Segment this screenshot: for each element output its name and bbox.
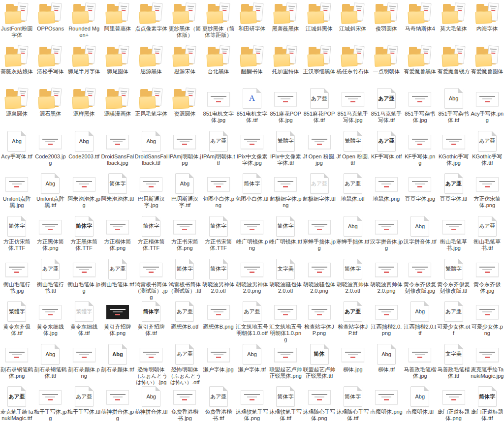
file-item[interactable]: あア亜可爱少女体.otf — [437, 298, 470, 341]
file-item[interactable]: 繁體字黄令东齐伋体.ttf — [0, 298, 33, 341]
folder-item[interactable]: 源样黑体 — [67, 85, 101, 128]
folder-item[interactable]: 江城斜黑体 — [302, 0, 336, 43]
folder-item[interactable]: 清松手写体 — [33, 43, 67, 86]
folder-item[interactable]: 和田研字体 — [235, 0, 269, 43]
file-item[interactable]: 麦克笔手绘TanukiMagic.jpg — [471, 341, 504, 384]
file-item[interactable]: KF手写体.png — [403, 128, 437, 171]
file-item[interactable]: Abg南魔明体.ttf — [403, 383, 437, 426]
file-item[interactable]: 文字美马善政毛笔楷体.ttf — [437, 341, 470, 384]
file-item[interactable]: 巴贝斯通汉字.jpg — [134, 170, 168, 213]
file-item[interactable]: 简体字方正楷体简体.TTF — [134, 213, 168, 256]
file-item[interactable]: 江西拙楷2.0.png — [370, 298, 403, 341]
folder-item[interactable]: 资源圆体 — [168, 85, 201, 128]
file-item[interactable]: 庞门正道标题体.png — [437, 383, 470, 426]
file-item[interactable]: 简体字方正书宋简体.TTF — [202, 213, 235, 256]
file-item[interactable]: 汉字拼音体.jpg — [370, 213, 403, 256]
file-item[interactable]: あア亜恐怖明朝体（ふぉんとうは怖い）.otf — [168, 341, 201, 384]
file-item[interactable]: あア亜地鼠体.otf — [336, 170, 370, 213]
file-item[interactable]: 方正书宋简体.png — [168, 213, 201, 256]
file-item[interactable]: あア亜KF手写体.otf — [370, 128, 403, 171]
file-item[interactable]: 检查站字体JP.png — [302, 298, 336, 341]
file-item[interactable]: 免费香港楷书.jpg — [168, 383, 201, 426]
folder-item[interactable]: 有爱魔兽黑体 — [403, 43, 437, 86]
file-item[interactable]: 衡山毛笔草书.jpg — [437, 213, 470, 256]
file-item[interactable]: 峰广明锐体.png — [235, 213, 269, 256]
file-item[interactable]: 马善政毛笔楷体.jpg — [403, 341, 437, 384]
file-item[interactable]: AbgAcy手写体.ttf — [0, 128, 33, 171]
folder-item[interactable]: 源石黑体 — [33, 85, 67, 128]
folder-item[interactable]: 有爱魔兽锐方 — [437, 43, 470, 86]
file-item[interactable]: あア亜851麻花POP体.ttf — [302, 85, 336, 128]
file-item[interactable]: 鸿雷板书简体（测试版）.jpg — [134, 256, 168, 299]
file-item[interactable]: あア亜麦克笔手绘TanukiMagic.ttf — [0, 383, 33, 426]
folder-item[interactable]: 点点像素字体 — [134, 0, 168, 43]
file-item[interactable]: あア亜汇文筑地五号明朝体1.0.otf — [235, 298, 269, 341]
folder-item[interactable]: 托加里特体 — [269, 43, 302, 86]
file-item[interactable]: 胡晓波男神体2.0.png — [235, 256, 269, 299]
file-item[interactable]: 廻想体B.png — [202, 298, 235, 341]
folder-item[interactable]: OPPOsans — [33, 0, 67, 43]
folder-item[interactable]: 正风毛笔字体 — [134, 85, 168, 128]
folder-item[interactable]: Rounded Mgen+ — [67, 0, 101, 43]
file-item[interactable]: 繁體字Jf Open 粉圆.ttf — [336, 128, 370, 171]
file-item[interactable]: 简体字方正黑体简体.TTF — [67, 213, 101, 256]
file-item[interactable]: 沐瑶软笔手写体.png — [235, 383, 269, 426]
file-item[interactable]: 柳体.jpg — [336, 341, 370, 384]
file-item[interactable]: 简体字胡晓波真帅体2.0.otf — [336, 256, 370, 299]
file-item[interactable]: 地鼠体.png — [370, 170, 403, 213]
file-item[interactable]: 简体字沐瑶软笔手写体.ttf — [269, 383, 302, 426]
file-item[interactable]: 刻石录颜体.png — [67, 341, 101, 384]
file-item[interactable]: 濑户字体.jpg — [202, 341, 235, 384]
file-item[interactable]: あア亜衡山毛笔体.ttf — [101, 256, 134, 299]
folder-item[interactable]: 黑蔷薇黑体 — [269, 0, 302, 43]
folder-item[interactable]: 狮尾圆体 — [101, 43, 134, 86]
file-item[interactable]: 简体字黄引齐招牌体.ttf — [134, 298, 168, 341]
file-item[interactable]: あア亜IPAmj明朝体.ttf — [202, 128, 235, 171]
folder-item[interactable]: 一点明朝体 — [370, 43, 403, 86]
folder-item[interactable]: 源泉圆体 — [0, 85, 33, 128]
file-item[interactable]: 繁體字黄令东细线体.ttf — [67, 298, 101, 341]
file-item[interactable]: 简体字方正仿宋简体.TTF — [0, 213, 33, 256]
file-item[interactable]: 黄令东齐伋体.jpg — [471, 256, 504, 299]
file-item[interactable]: 繁體字黄令东齐伋复刻修改版.ttf — [437, 256, 470, 299]
file-item[interactable]: あア亜超极细字体.ttf — [302, 170, 336, 213]
folder-item[interactable]: 醍醐书体 — [235, 43, 269, 86]
folder-item[interactable]: 狮尾半月字体 — [67, 43, 101, 86]
file-item[interactable]: 851马克笔手写体.jpg — [336, 85, 370, 128]
file-item[interactable]: Abg寒蝉手拙体.ttf — [336, 213, 370, 256]
file-item[interactable]: あア亜免费香港楷书.ttf — [202, 383, 235, 426]
file-item[interactable]: 胡晓波真帅体2.0.png — [370, 256, 403, 299]
folder-item[interactable]: 更纱黑体（简体等距版） — [202, 0, 235, 43]
file-item[interactable]: あア亜衡山毛笔行书.ttf — [33, 256, 67, 299]
file-item[interactable]: 文字美胡晓波骚包体2.0.otf — [269, 256, 302, 299]
file-item[interactable]: AbgUnifont点阵黑.ttf — [33, 170, 67, 213]
file-item[interactable]: 简体字胡晓波男神体2.0.otf — [202, 256, 235, 299]
folder-item[interactable]: JustFont粉圆字体 — [0, 0, 33, 43]
file-item[interactable]: 衡山毛笔行书.jpg — [0, 256, 33, 299]
folder-item[interactable]: 台北黑体 — [202, 43, 235, 86]
file-item[interactable]: 851麻花POP体.jpg — [269, 85, 302, 128]
file-item[interactable]: Code2003.jpg — [33, 128, 67, 171]
file-item[interactable]: 寒蝉手拙体.jpg — [302, 213, 336, 256]
file-item[interactable]: Abg柳体.ttf — [370, 341, 403, 384]
file-item[interactable]: あア亜豆豆字体.ttf — [437, 170, 470, 213]
file-item[interactable]: 联盟起艺卢帅正锐黑体.png — [269, 341, 302, 384]
file-item[interactable]: 胡晓波骚包体2.0.png — [302, 256, 336, 299]
file-item[interactable]: Abg濑户字体.ttf — [235, 341, 269, 384]
file-item[interactable]: 黄令东齐伋复刻修改版.jpg — [403, 256, 437, 299]
file-item[interactable]: AbgCode2003.ttf — [67, 128, 101, 171]
file-item[interactable]: 可爱少女体.png — [471, 298, 504, 341]
file-item[interactable]: 简体字阿朱泡泡体.ttf — [101, 170, 134, 213]
folder-item[interactable]: 源暎漫画体 — [101, 85, 134, 128]
file-item[interactable]: 简体字沐瑶随心手写体.ttf — [336, 383, 370, 426]
file-item[interactable]: 包图小白体.png — [202, 170, 235, 213]
file-item[interactable]: 黄令东细线体.jpg — [33, 298, 67, 341]
file-item[interactable]: 超极细字体.png — [269, 170, 302, 213]
file-item[interactable]: KGothic手写体.jpg — [437, 128, 470, 171]
file-item[interactable]: 阿朱泡泡体.jpg — [67, 170, 101, 213]
file-item[interactable]: 851电机文字体.jpg — [202, 85, 235, 128]
folder-item[interactable]: 蔷薇灰姑娘体 — [0, 43, 33, 86]
file-item[interactable]: あア亜梅干手写体.ttf — [67, 383, 101, 426]
file-item[interactable]: 方正仿宋简体.png — [471, 170, 504, 213]
file-item[interactable]: 萌神拼音体.jpg — [101, 383, 134, 426]
